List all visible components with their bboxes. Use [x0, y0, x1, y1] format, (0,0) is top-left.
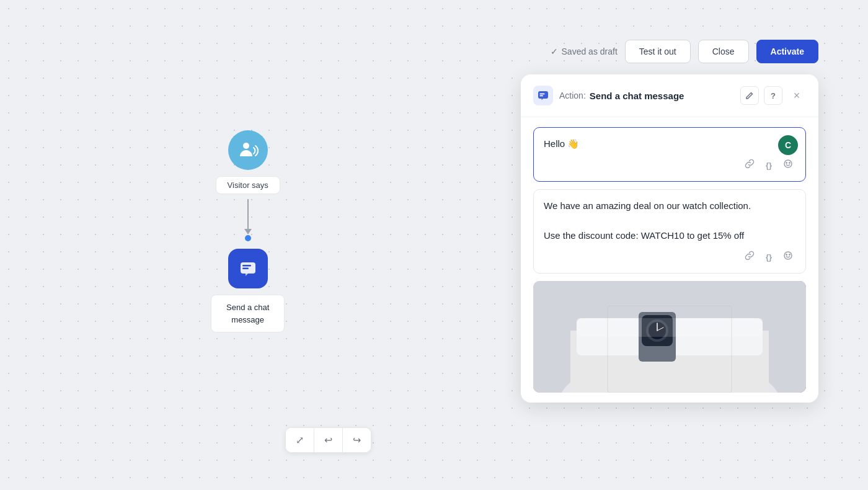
visitor-label: Visitor says	[216, 176, 280, 194]
action-node-label: Send a chat message	[211, 295, 285, 332]
svg-point-12	[789, 254, 790, 256]
panel-header: Action: Send a chat message ? ×	[521, 74, 818, 117]
panel-header-text: Action: Send a chat message	[559, 91, 740, 101]
visitor-node[interactable]: Visitor says	[216, 130, 280, 194]
undo-button[interactable]: ↩	[314, 428, 343, 452]
link-button-2[interactable]	[742, 249, 757, 264]
panel-header-actions: ? ×	[740, 86, 806, 105]
svg-rect-6	[540, 96, 544, 97]
help-button[interactable]: ?	[764, 86, 782, 105]
message-toolbar-2: {}	[544, 249, 795, 264]
emoji-button-1[interactable]	[781, 158, 795, 172]
saved-draft-label: Saved as draft	[562, 47, 618, 56]
panel-header-icon	[533, 86, 553, 105]
panel-close-button[interactable]: ×	[787, 86, 806, 105]
action-icon-box	[228, 249, 268, 288]
fit-view-button[interactable]: ⤢	[286, 428, 314, 452]
svg-rect-3	[242, 268, 249, 270]
emoji-button-2[interactable]	[781, 249, 795, 264]
svg-rect-2	[242, 265, 251, 267]
flow-dot	[245, 235, 251, 241]
right-panel: Action: Send a chat message ? × Hello 👋 …	[521, 74, 818, 403]
top-toolbar: ✓ Saved as draft Test it out Close Activ…	[551, 40, 818, 63]
test-it-out-button[interactable]: Test it out	[625, 40, 691, 63]
edit-button[interactable]	[740, 86, 759, 105]
action-node[interactable]: Send a chat message	[211, 249, 285, 332]
visitor-avatar	[228, 130, 268, 170]
link-button-1[interactable]	[742, 158, 757, 172]
svg-point-8	[786, 163, 787, 164]
flow-canvas: Visitor says Send a chat message	[211, 130, 285, 332]
panel-content: Hello 👋 C {}	[521, 117, 818, 403]
message-box-2[interactable]: We have an amazing deal on our watch col…	[533, 189, 806, 274]
svg-point-10	[784, 252, 792, 259]
code-button-2[interactable]: {}	[763, 251, 774, 263]
svg-point-0	[243, 143, 249, 149]
check-icon: ✓	[551, 47, 558, 56]
svg-point-9	[789, 163, 790, 164]
code-button-1[interactable]: {}	[763, 159, 774, 171]
saved-draft-status: ✓ Saved as draft	[551, 47, 618, 56]
message-toolbar-1: {}	[544, 158, 795, 172]
svg-rect-4	[538, 91, 548, 99]
activate-button[interactable]: Activate	[756, 40, 818, 63]
redo-button[interactable]: ↪	[343, 428, 371, 452]
message-text-2: We have an amazing deal on our watch col…	[544, 198, 795, 243]
message-avatar-1: C	[778, 135, 798, 155]
message-box-1[interactable]: Hello 👋 C {}	[533, 127, 806, 182]
action-prefix: Action:	[559, 91, 586, 100]
close-button[interactable]: Close	[698, 40, 749, 63]
message-text-1: Hello 👋	[544, 136, 795, 151]
svg-point-11	[786, 254, 787, 256]
svg-rect-23	[577, 318, 763, 337]
watch-image	[533, 281, 806, 393]
bottom-toolbar: ⤢ ↩ ↪	[285, 427, 371, 453]
svg-rect-5	[540, 94, 545, 95]
action-title: Send a chat message	[590, 91, 684, 101]
svg-point-7	[784, 160, 792, 167]
